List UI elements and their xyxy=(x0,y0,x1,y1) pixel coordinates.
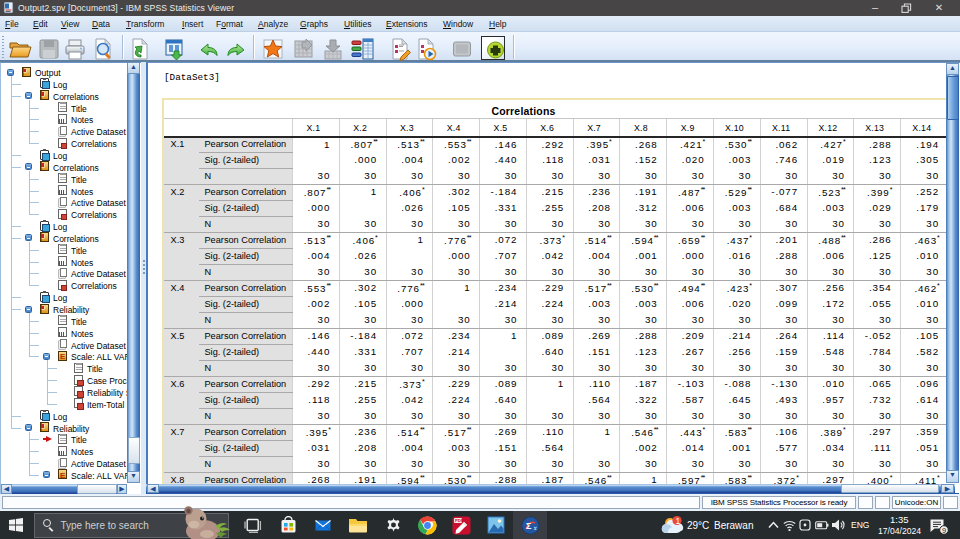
svg-text:1: 1 xyxy=(676,516,681,526)
svg-text:Σ: Σ xyxy=(526,521,532,531)
svg-text:9: 9 xyxy=(942,526,946,535)
svg-text:PDF: PDF xyxy=(455,518,464,523)
